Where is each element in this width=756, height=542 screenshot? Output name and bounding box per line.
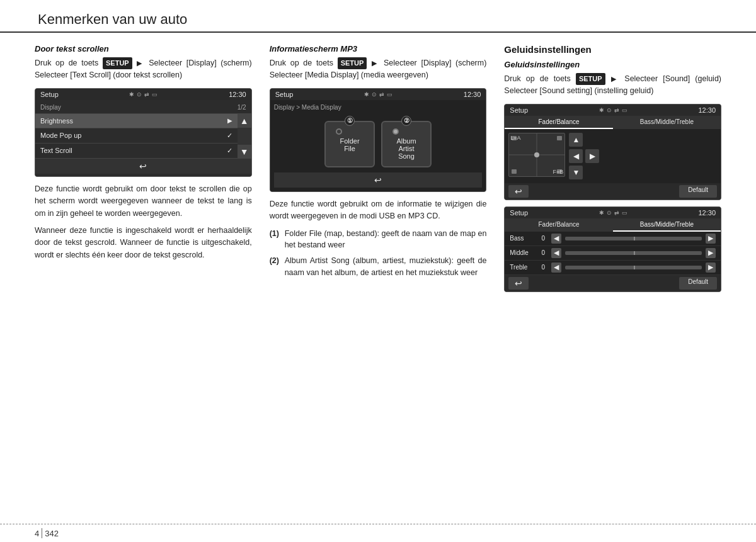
screen-time-2: 12:30: [464, 91, 481, 98]
fader-back-btn-1[interactable]: ↩: [508, 185, 529, 198]
treble-slider-fill: [634, 266, 635, 269]
tab-fader-balance-2[interactable]: Fader/Balance: [505, 218, 612, 232]
treble-right-btn[interactable]: ▶: [706, 263, 716, 273]
fader-default-btn-1[interactable]: Default: [679, 185, 717, 198]
screen-icons-3: ✱ ⊙ ⇄ ▭: [599, 107, 627, 113]
bluetooth-icon-4: ✱: [599, 210, 604, 216]
bass-slider-fill: [634, 237, 635, 240]
page-title: Kenmerken van uw auto: [38, 11, 718, 28]
bmt-tabs: Fader/Balance Bass/Middle/Treble: [505, 218, 721, 232]
bluetooth-icon: ✱: [129, 91, 134, 98]
screen-header-4: Setup ✱ ⊙ ⇄ ▭ 12:30: [505, 207, 721, 218]
fader-down-btn[interactable]: ▼: [569, 166, 583, 179]
fader-right-btn[interactable]: ▶: [585, 149, 599, 163]
scroll-bar: ▲ ▼: [238, 114, 251, 159]
col-text-scroll: Door tekst scrollen Druk op de toets SET…: [35, 44, 261, 298]
screen-display: Setup ✱ ⊙ ⇄ ▭ 12:30 Display 1/2 Bri: [35, 88, 252, 177]
scroll-down-btn[interactable]: ▼: [238, 145, 251, 159]
fader-back-btn-2[interactable]: ↩: [508, 277, 529, 290]
svg-rect-4: [512, 169, 517, 174]
fader-bottom-1: ↩ Default: [505, 183, 721, 200]
mp3-option-folder[interactable]: ① Folder File: [324, 121, 375, 167]
screen-time-3: 12:30: [698, 106, 716, 114]
bass-label: Bass: [510, 235, 535, 242]
screen-menu: Brightness ▶ Mode Pop up ✓ Text Scroll ✓: [35, 114, 238, 159]
fader-left-btn[interactable]: ◀: [569, 149, 583, 163]
treble-slider[interactable]: [565, 266, 702, 269]
album-label: Album Artist Song: [392, 137, 420, 160]
fader-label-fb: F=B: [553, 169, 564, 175]
numbered-list: (1) Folder File (map, bestand): geeft de…: [270, 228, 487, 279]
col2-para1: Druk op de toets SETUP ▶ Selecteer [Disp…: [270, 57, 487, 82]
section-title-col2: Informatiescherm MP3: [270, 44, 487, 54]
middle-right-btn[interactable]: ▶: [706, 248, 716, 258]
screen-time-1: 12:30: [229, 91, 246, 98]
bass-slider[interactable]: [565, 237, 702, 240]
tab-bass-middle-treble[interactable]: Bass/Middle/Treble: [613, 116, 721, 129]
page-footer: 4 342: [0, 524, 756, 542]
screen-title-4: Setup: [510, 209, 528, 217]
page-num: 4: [35, 529, 39, 538]
footer-divider: [42, 528, 42, 538]
bass-left-btn[interactable]: ◀: [551, 234, 561, 244]
mp3-options: ① Folder File ②: [274, 116, 483, 172]
option-num-1: ①: [345, 116, 355, 126]
bmt-row-treble: Treble 0 ◀ ▶: [505, 261, 721, 275]
list-item-1: (1) Folder File (map, bestand): geeft de…: [270, 228, 487, 252]
col2-para2: Deze functie wordt gebruikt om de inform…: [270, 198, 487, 223]
scroll-up-btn[interactable]: ▲: [238, 114, 251, 128]
battery-icon-3: ▭: [622, 107, 627, 113]
mp3-option-album[interactable]: ② Album Artist Song: [381, 121, 432, 167]
fader-pad-area: F=B L=A ▲ ◀ ▶ ▼: [505, 129, 721, 183]
treble-val: 0: [539, 264, 547, 271]
col1-para1: Druk op de toets SETUP ▶ Selecteer [Disp…: [35, 57, 252, 82]
middle-slider[interactable]: [565, 251, 702, 255]
bluetooth-icon-2: ✱: [364, 91, 369, 98]
bass-right-btn[interactable]: ▶: [706, 234, 716, 244]
screen-body-2: Display > Media Display ① Folder File ②: [270, 100, 486, 191]
col1-para2: Deze functie wordt gebruikt om door teks…: [35, 183, 252, 220]
back-bar-1[interactable]: ↩: [35, 159, 251, 174]
bmt-row-middle: Middle 0 ◀ ▶: [505, 246, 721, 261]
screen-title-2: Setup: [275, 91, 294, 98]
page-header: Kenmerken van uw auto: [0, 0, 756, 33]
tab-fader-balance[interactable]: Fader/Balance: [505, 116, 612, 129]
middle-left-btn[interactable]: ◀: [551, 248, 561, 258]
menu-item-brightness[interactable]: Brightness ▶: [35, 114, 238, 128]
signal-icon-4: ⊙: [607, 210, 612, 216]
mp3-breadcrumb: Display > Media Display: [274, 104, 483, 111]
screen-icons-2: ✱ ⊙ ⇄ ▭: [364, 91, 392, 98]
battery-icon-2: ▭: [387, 91, 392, 98]
media-icon-3: ⇄: [614, 107, 619, 113]
screen-time-4: 12:30: [698, 209, 716, 217]
screen-body-3: Fader/Balance Bass/Middle/Treble: [505, 116, 721, 200]
fader-lr-btns: ◀ ▶: [569, 149, 599, 163]
media-icon: ⇄: [144, 91, 149, 98]
fader-pad: F=B L=A: [508, 133, 565, 177]
menu-item-text-scroll[interactable]: Text Scroll ✓: [35, 144, 238, 159]
treble-left-btn[interactable]: ◀: [551, 263, 561, 273]
col-mp3: Informatiescherm MP3 Druk op de toets SE…: [261, 44, 496, 298]
screen-icons-1: ✱ ⊙ ⇄ ▭: [129, 91, 158, 98]
screen-body-1: Display 1/2 Brightness ▶ Mode Pop up ✓: [35, 100, 251, 176]
media-icon-4: ⇄: [614, 210, 619, 216]
col1-para3: Wanneer deze functie is ingeschakeld wor…: [35, 225, 252, 261]
check-icon-1: ✓: [227, 132, 232, 140]
fader-default-btn-2[interactable]: Default: [679, 277, 717, 290]
fader-up-btn[interactable]: ▲: [569, 133, 583, 147]
tab-bass-middle-treble-2[interactable]: Bass/Middle/Treble: [613, 218, 721, 232]
setup-badge-1: SETUP: [103, 57, 132, 69]
folder-label: Folder File: [336, 137, 364, 152]
section-title-col1: Door tekst scrollen: [35, 44, 252, 54]
list-item-2: (2) Album Artist Song (album, artiest, m…: [270, 255, 487, 279]
menu-item-mode-popup[interactable]: Mode Pop up ✓: [35, 128, 238, 144]
back-bar-2[interactable]: ↩: [274, 172, 483, 188]
screen-header-1: Setup ✱ ⊙ ⇄ ▭ 12:30: [35, 89, 251, 100]
screen-bmt: Setup ✱ ⊙ ⇄ ▭ 12:30 Fader/Balance Bass/M…: [504, 206, 721, 292]
page-sub: 342: [45, 529, 59, 538]
section-title-col3-italic: Geluidsinstellingen: [504, 60, 721, 69]
arrow-icon: ▶: [227, 117, 232, 124]
fader-tabs: Fader/Balance Bass/Middle/Treble: [505, 116, 721, 129]
bluetooth-icon-3: ✱: [599, 107, 604, 113]
signal-icon-3: ⊙: [607, 107, 612, 113]
